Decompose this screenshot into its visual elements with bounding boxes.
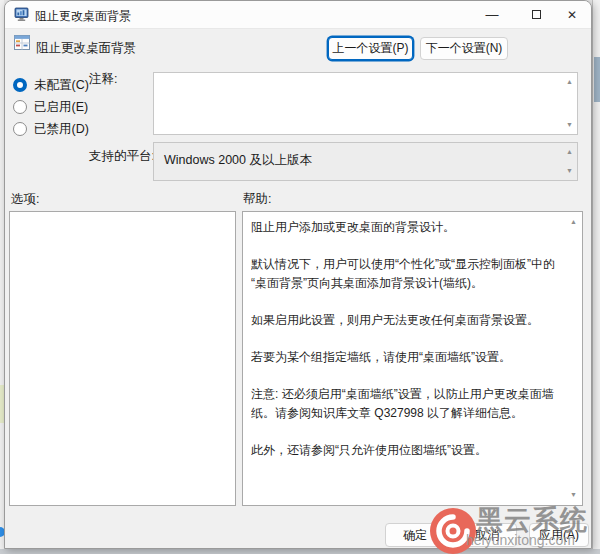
close-button[interactable]: ✕: [551, 1, 592, 29]
background-bottom-strip: [0, 549, 600, 554]
previous-setting-button[interactable]: 上一个设置(P): [328, 37, 413, 60]
scroll-down-icon[interactable]: ▼: [570, 491, 577, 499]
scroll-up-icon[interactable]: ▲: [566, 148, 573, 156]
options-label: 选项:: [11, 191, 39, 208]
next-setting-button[interactable]: 下一个设置(N): [420, 37, 508, 60]
comment-label: 注释:: [89, 71, 117, 88]
help-label: 帮助:: [243, 191, 271, 208]
radio-not-configured[interactable]: 未配置(C): [13, 77, 89, 93]
setting-title: 阻止更改桌面背景: [36, 40, 136, 57]
scroll-down-icon[interactable]: ▼: [566, 167, 573, 175]
radio-disabled[interactable]: 已禁用(D): [13, 121, 89, 137]
window-title: 阻止更改桌面背景: [35, 8, 131, 25]
help-pane: 阻止用户添加或更改桌面的背景设计。 默认情况下，用户可以使用“个性化”或“显示控…: [242, 211, 583, 506]
platform-label: 支持的平台:: [89, 148, 155, 165]
scroll-down-icon[interactable]: ▼: [566, 121, 573, 129]
radio-enabled[interactable]: 已启用(E): [13, 99, 88, 115]
radio-icon: [13, 122, 27, 136]
platform-field: Windows 2000 及以上版本 ▲ ▼: [153, 142, 578, 181]
radio-label: 已启用(E): [34, 99, 88, 116]
gpedit-monitor-icon: [14, 7, 29, 26]
ok-button[interactable]: 确定: [385, 523, 445, 547]
apply-button[interactable]: 应用(A): [529, 523, 589, 547]
radio-icon: [13, 100, 27, 114]
comment-input[interactable]: ▲ ▼: [153, 72, 578, 135]
maximize-icon: [532, 10, 541, 19]
policy-setting-icon: [14, 35, 30, 54]
background-window-right-sliver: [592, 0, 600, 554]
scroll-up-icon[interactable]: ▲: [570, 218, 577, 226]
options-pane: [9, 211, 236, 506]
help-text: 阻止用户添加或更改桌面的背景设计。 默认情况下，用户可以使用“个性化”或“显示控…: [251, 218, 562, 499]
platform-value: Windows 2000 及以上版本: [164, 153, 312, 167]
minimize-button[interactable]: —: [471, 1, 513, 29]
cancel-button[interactable]: 取消: [457, 523, 517, 547]
title-bar: 阻止更改桌面背景 — ✕: [5, 1, 591, 29]
radio-label: 未配置(C): [34, 77, 89, 94]
radio-icon: [13, 78, 27, 92]
scroll-up-icon[interactable]: ▲: [566, 78, 573, 86]
radio-label: 已禁用(D): [34, 121, 89, 138]
background-scrollbar-thumb[interactable]: [594, 57, 600, 102]
policy-setting-dialog: 阻止更改桌面背景 — ✕ 阻止更改桌面背景 上一个设置(P) 下一个设置(N) …: [4, 0, 592, 549]
